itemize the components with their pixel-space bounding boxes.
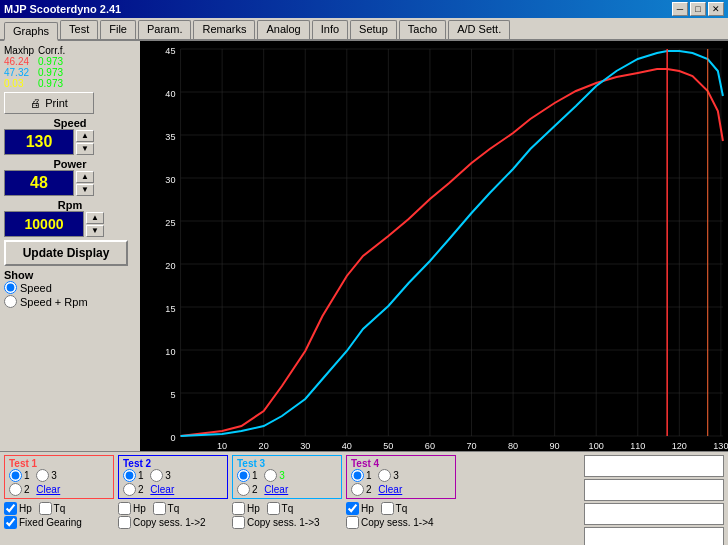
test2-radio3[interactable] xyxy=(150,469,163,482)
cb3-tq-label: Tq xyxy=(282,503,294,514)
cb2-copy-row: Copy sess. 1->2 xyxy=(118,516,228,529)
corrf-val-1: 0.973 xyxy=(38,56,65,67)
power-input-row: 48 ▲ ▼ xyxy=(4,170,136,196)
test3-radio3[interactable] xyxy=(264,469,277,482)
bottom-area: Test 1 1 3 2 Clear Test 2 xyxy=(4,455,724,545)
stats-col-labels: Maxhp 46.24 47.32 0.03 xyxy=(4,45,34,89)
svg-text:100: 100 xyxy=(589,441,604,451)
speed-display: 130 xyxy=(4,129,74,155)
main-content: Maxhp 46.24 47.32 0.03 Corr.f. 0.973 0.9… xyxy=(0,41,728,451)
tab-remarks[interactable]: Remarks xyxy=(193,20,255,39)
cb1-hp[interactable] xyxy=(4,502,17,515)
svg-text:110: 110 xyxy=(630,441,645,451)
tab-info[interactable]: Info xyxy=(312,20,348,39)
test2-radio2[interactable] xyxy=(123,483,136,496)
power-down-button[interactable]: ▼ xyxy=(76,184,94,196)
test4-title: Test 4 xyxy=(351,458,451,469)
rpm-up-button[interactable]: ▲ xyxy=(86,212,104,224)
show-radio-group: Speed Speed + Rpm xyxy=(4,281,136,308)
test3-radio1[interactable] xyxy=(237,469,250,482)
cb2-copy[interactable] xyxy=(118,516,131,529)
test2-label3: 3 xyxy=(165,470,171,481)
print-button[interactable]: 🖨 Print xyxy=(4,92,94,114)
test1-clear-button[interactable]: Clear xyxy=(36,484,60,495)
svg-text:30: 30 xyxy=(165,175,175,185)
test3-row2: 2 Clear xyxy=(237,483,337,496)
tab-param[interactable]: Param. xyxy=(138,20,191,39)
tab-bar: Graphs Test File Param. Remarks Analog I… xyxy=(0,18,728,41)
right-result-boxes xyxy=(584,455,724,545)
svg-text:130: 130 xyxy=(713,441,728,451)
result-box-3 xyxy=(584,503,724,525)
cb1-hp-label: Hp xyxy=(19,503,32,514)
cb1-fixed-gearing[interactable] xyxy=(4,516,17,529)
test2-clear-button[interactable]: Clear xyxy=(150,484,174,495)
bottom-checkboxes: Hp Tq Fixed Gearing Hp Tq xyxy=(4,502,580,529)
close-button[interactable]: ✕ xyxy=(708,2,724,16)
svg-text:25: 25 xyxy=(165,218,175,228)
show-speed-radio[interactable] xyxy=(4,281,17,294)
speed-up-button[interactable]: ▲ xyxy=(76,130,94,142)
cb2-hp-row: Hp Tq xyxy=(118,502,228,515)
svg-text:20: 20 xyxy=(165,261,175,271)
maximize-button[interactable]: □ xyxy=(690,2,706,16)
cb3-tq[interactable] xyxy=(267,502,280,515)
test2-radio1[interactable] xyxy=(123,469,136,482)
tab-test[interactable]: Test xyxy=(60,20,98,39)
show-speed-label: Speed xyxy=(20,282,52,294)
test4-radio1[interactable] xyxy=(351,469,364,482)
tab-graphs[interactable]: Graphs xyxy=(4,22,58,41)
cb4-copy[interactable] xyxy=(346,516,359,529)
svg-text:40: 40 xyxy=(342,441,352,451)
show-speed-rpm-label: Speed + Rpm xyxy=(20,296,88,308)
result-box-2 xyxy=(584,479,724,501)
update-display-button[interactable]: Update Display xyxy=(4,240,128,266)
test1-title: Test 1 xyxy=(9,458,109,469)
test2-row2: 2 Clear xyxy=(123,483,223,496)
tab-setup[interactable]: Setup xyxy=(350,20,397,39)
tab-tacho[interactable]: Tacho xyxy=(399,20,446,39)
power-up-button[interactable]: ▲ xyxy=(76,171,94,183)
svg-text:120: 120 xyxy=(672,441,687,451)
cb4-tq-label: Tq xyxy=(396,503,408,514)
test3-title: Test 3 xyxy=(237,458,337,469)
svg-text:0: 0 xyxy=(170,433,175,443)
power-label: Power xyxy=(4,158,136,170)
speed-down-button[interactable]: ▼ xyxy=(76,143,94,155)
test-group-3: Test 3 1 3 2 Clear xyxy=(232,455,342,499)
cb2-tq[interactable] xyxy=(153,502,166,515)
test1-radio2[interactable] xyxy=(9,483,22,496)
cb1-tq[interactable] xyxy=(39,502,52,515)
cb2-hp-label: Hp xyxy=(133,503,146,514)
test1-radio1[interactable] xyxy=(9,469,22,482)
test3-radio2[interactable] xyxy=(237,483,250,496)
minimize-button[interactable]: ─ xyxy=(672,2,688,16)
tab-analog[interactable]: Analog xyxy=(257,20,309,39)
cb3-hp[interactable] xyxy=(232,502,245,515)
test2-label2: 2 xyxy=(138,484,144,495)
test4-radio2[interactable] xyxy=(351,483,364,496)
cb1-hp-row: Hp Tq xyxy=(4,502,114,515)
test4-radio3[interactable] xyxy=(378,469,391,482)
cb-group-4: Hp Tq Copy sess. 1->4 xyxy=(346,502,456,529)
svg-text:5: 5 xyxy=(170,390,175,400)
cb4-tq[interactable] xyxy=(381,502,394,515)
bottom-panel: Test 1 1 3 2 Clear Test 2 xyxy=(0,451,728,545)
svg-text:60: 60 xyxy=(425,441,435,451)
window-controls: ─ □ ✕ xyxy=(672,2,724,16)
cb3-copy[interactable] xyxy=(232,516,245,529)
tab-adsett[interactable]: A/D Sett. xyxy=(448,20,510,39)
cb-group-3: Hp Tq Copy sess. 1->3 xyxy=(232,502,342,529)
test4-clear-button[interactable]: Clear xyxy=(378,484,402,495)
rpm-down-button[interactable]: ▼ xyxy=(86,225,104,237)
speed-label: Speed xyxy=(4,117,136,129)
tab-file[interactable]: File xyxy=(100,20,136,39)
test3-clear-button[interactable]: Clear xyxy=(264,484,288,495)
show-speed-rpm-radio[interactable] xyxy=(4,295,17,308)
test1-radio3[interactable] xyxy=(36,469,49,482)
test1-options: 1 3 2 Clear xyxy=(9,469,109,496)
test4-label1: 1 xyxy=(366,470,372,481)
cb2-hp[interactable] xyxy=(118,502,131,515)
test1-label1: 1 xyxy=(24,470,30,481)
cb4-hp[interactable] xyxy=(346,502,359,515)
